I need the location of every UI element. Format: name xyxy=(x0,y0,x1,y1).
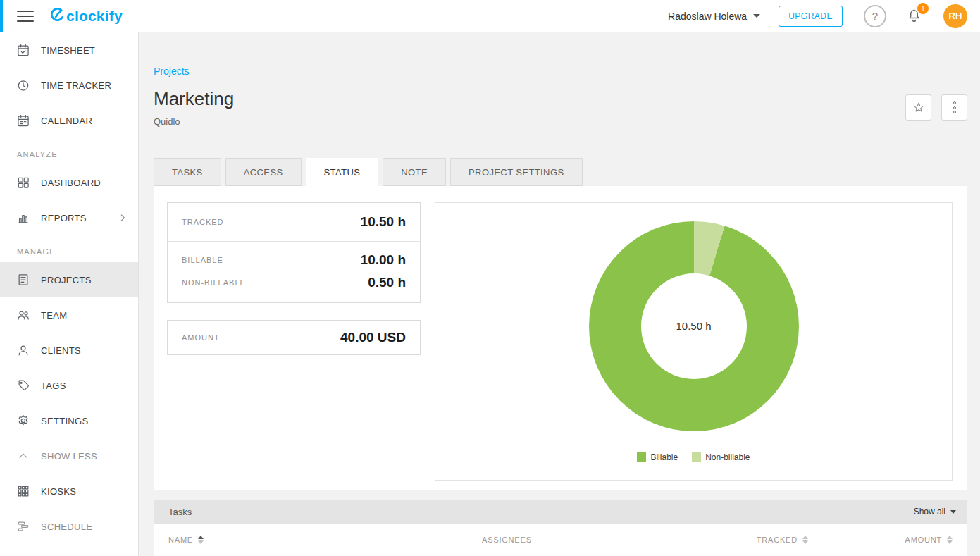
help-button[interactable]: ? xyxy=(864,5,886,27)
column-header-name: NAME xyxy=(168,536,482,544)
client-name: Quidlo xyxy=(154,116,234,127)
tags-icon xyxy=(16,378,30,393)
sidebar-item-label: SCHEDULE xyxy=(41,521,92,532)
tracked-value: 10.50 h xyxy=(361,214,406,230)
legend-item-non-billable: Non-billable xyxy=(692,452,750,462)
sidebar-item-label: REPORTS xyxy=(41,213,87,223)
user-menu[interactable]: Radoslaw Holewa xyxy=(668,11,760,22)
tasks-section: Tasks Show all NAME ASSIGNEES TRACKED xyxy=(154,500,967,556)
show-all-dropdown[interactable]: Show all xyxy=(914,507,956,517)
topbar: clockify Radoslaw Holewa UPGRADE ? 1 RH xyxy=(0,0,980,32)
tab-note[interactable]: NOTE xyxy=(383,158,446,186)
settings-icon xyxy=(16,414,30,428)
donut-chart: 10.50 h xyxy=(589,221,799,431)
sidebar-item-label: PROJECTS xyxy=(41,275,92,285)
menu-icon[interactable] xyxy=(17,11,34,22)
sidebar-item-time-tracker[interactable]: TIME TRACKER xyxy=(0,68,138,103)
non-billable-swatch xyxy=(692,452,701,462)
chevron-right-icon xyxy=(117,212,128,223)
reports-icon xyxy=(16,211,30,225)
clockify-logo[interactable]: clockify xyxy=(49,6,123,25)
sort-icon[interactable] xyxy=(198,536,204,544)
favorite-button[interactable] xyxy=(905,94,931,121)
question-mark-icon: ? xyxy=(872,10,878,22)
column-header-tracked: TRACKED xyxy=(678,536,808,544)
tab-bar: TASKS ACCESS STATUS NOTE PROJECT SETTING… xyxy=(154,158,967,186)
sidebar-item-calendar[interactable]: CALENDAR xyxy=(0,103,138,138)
sidebar-item-settings[interactable]: SETTINGS xyxy=(0,403,138,438)
amount-value: 40.00 USD xyxy=(340,330,406,345)
clock-icon xyxy=(16,78,30,92)
page-title: Marketing xyxy=(154,88,234,110)
donut-center-label: 10.50 h xyxy=(676,320,711,332)
tasks-table-header: NAME ASSIGNEES TRACKED AMOUNT xyxy=(154,524,967,556)
column-header-assignees: ASSIGNEES xyxy=(482,536,678,544)
non-billable-label: NON-BILLABLE xyxy=(182,278,246,287)
column-header-amount: AMOUNT xyxy=(808,536,953,544)
sidebar-item-reports[interactable]: REPORTS xyxy=(0,200,138,235)
amount-label: AMOUNT xyxy=(182,333,220,342)
legend-label: Non-billable xyxy=(705,452,750,462)
tracked-card: TRACKED 10.50 h BILLABLE 10.00 h NON-BIL… xyxy=(167,202,421,303)
sidebar-item-label: SETTINGS xyxy=(41,416,88,426)
tab-status[interactable]: STATUS xyxy=(306,158,379,186)
tasks-header-bar: Tasks Show all xyxy=(154,500,967,524)
sidebar-item-label: TAGS xyxy=(41,381,66,391)
star-icon xyxy=(912,101,926,115)
sidebar-item-kiosks[interactable]: KIOSKS xyxy=(0,474,138,509)
clockify-logo-icon xyxy=(49,6,66,25)
team-icon xyxy=(16,308,30,322)
sidebar-item-timesheet[interactable]: TIMESHEET xyxy=(0,32,138,68)
tab-access[interactable]: ACCESS xyxy=(225,158,302,186)
avatar[interactable]: RH xyxy=(943,4,967,28)
amount-card: AMOUNT 40.00 USD xyxy=(167,320,421,355)
sort-icon[interactable] xyxy=(802,536,808,544)
show-all-label: Show all xyxy=(914,507,945,517)
main-content: Projects Marketing Quidlo TASKS ACCESS S… xyxy=(139,32,980,556)
calendar-icon xyxy=(16,113,30,128)
accent-strip xyxy=(0,0,3,32)
sidebar-item-label: SHOW LESS xyxy=(41,451,97,462)
sidebar-item-clients[interactable]: CLIENTS xyxy=(0,333,138,368)
legend-label: Billable xyxy=(650,452,678,462)
tab-tasks[interactable]: TASKS xyxy=(154,158,221,186)
user-name: Radoslaw Holewa xyxy=(668,11,747,22)
chart-card: 10.50 h Billable Non-billable xyxy=(435,202,953,481)
chevron-up-icon xyxy=(16,449,30,463)
sidebar-item-label: DASHBOARD xyxy=(41,178,101,188)
sidebar-item-dashboard[interactable]: DASHBOARD xyxy=(0,165,138,200)
sidebar-item-label: TEAM xyxy=(41,310,67,321)
breadcrumb[interactable]: Projects xyxy=(154,66,190,77)
sidebar-item-label: KIOSKS xyxy=(41,486,76,497)
projects-icon xyxy=(16,273,30,287)
clients-icon xyxy=(16,343,30,357)
dashboard-icon xyxy=(16,175,30,190)
billable-label: BILLABLE xyxy=(182,256,223,264)
notifications-button[interactable]: 1 xyxy=(906,8,922,24)
caret-down-icon xyxy=(753,14,760,18)
tracked-label: TRACKED xyxy=(182,218,224,226)
legend-item-billable: Billable xyxy=(637,452,678,462)
sidebar-item-show-less[interactable]: SHOW LESS xyxy=(0,438,138,474)
sidebar: TIMESHEET TIME TRACKER CALENDAR ANALYZE … xyxy=(0,32,139,556)
tab-project-settings[interactable]: PROJECT SETTINGS xyxy=(450,158,582,186)
non-billable-value: 0.50 h xyxy=(368,275,406,290)
sidebar-item-tags[interactable]: TAGS xyxy=(0,368,138,403)
sidebar-item-label: CLIENTS xyxy=(41,345,81,356)
sidebar-item-team[interactable]: TEAM xyxy=(0,297,138,333)
status-panel: TRACKED 10.50 h BILLABLE 10.00 h NON-BIL… xyxy=(154,186,967,490)
billable-value: 10.00 h xyxy=(361,252,406,268)
upgrade-button[interactable]: UPGRADE xyxy=(779,6,843,27)
sidebar-item-label: TIME TRACKER xyxy=(41,80,111,91)
timesheet-icon xyxy=(16,43,30,57)
more-options-button[interactable] xyxy=(941,94,967,121)
sidebar-item-schedule[interactable]: SCHEDULE xyxy=(0,509,138,544)
caret-down-icon xyxy=(950,510,956,514)
chart-legend: Billable Non-billable xyxy=(637,452,750,462)
billable-swatch xyxy=(637,452,646,462)
sidebar-item-label: CALENDAR xyxy=(41,116,92,126)
sort-icon[interactable] xyxy=(947,536,953,544)
schedule-icon xyxy=(16,519,30,533)
sidebar-item-label: TIMESHEET xyxy=(41,45,95,56)
sidebar-item-projects[interactable]: PROJECTS xyxy=(0,262,138,297)
